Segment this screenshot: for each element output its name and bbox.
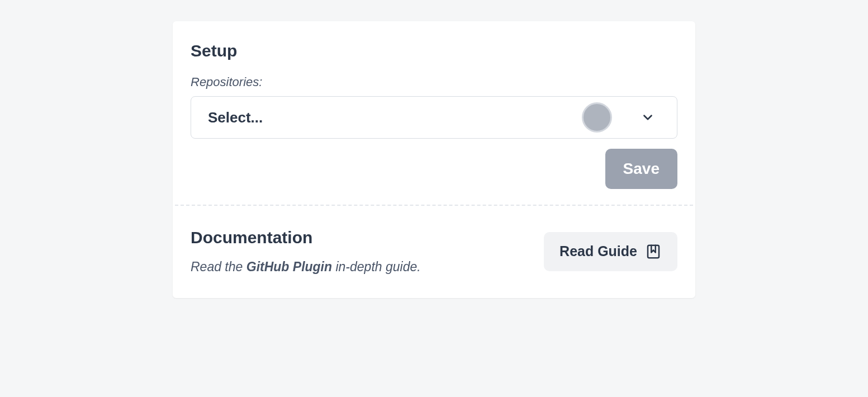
doc-text-suffix: in-depth guide. [332,259,421,274]
repositories-label: Repositories: [191,75,677,89]
read-guide-label: Read Guide [559,243,637,259]
setup-title: Setup [191,41,677,60]
read-guide-button[interactable]: Read Guide [544,232,677,271]
save-button[interactable]: Save [605,149,677,189]
book-icon [645,243,662,260]
chevron-down-icon [641,110,655,125]
documentation-section: Documentation Read the GitHub Plugin in-… [173,206,695,298]
documentation-left: Documentation Read the GitHub Plugin in-… [191,228,544,275]
select-placeholder: Select... [208,109,582,126]
svg-rect-0 [648,245,659,258]
documentation-text: Read the GitHub Plugin in-depth guide. [191,259,544,275]
settings-card: Setup Repositories: Select... Save Docum… [173,21,695,298]
select-chevron-wrap [628,110,667,125]
repositories-select[interactable]: Select... [191,96,677,139]
doc-text-prefix: Read the [191,259,246,274]
doc-text-bold: GitHub Plugin [246,259,332,274]
documentation-title: Documentation [191,228,544,247]
loading-indicator-icon [582,102,612,133]
save-row: Save [191,149,677,189]
setup-section: Setup Repositories: Select... Save [173,21,695,205]
